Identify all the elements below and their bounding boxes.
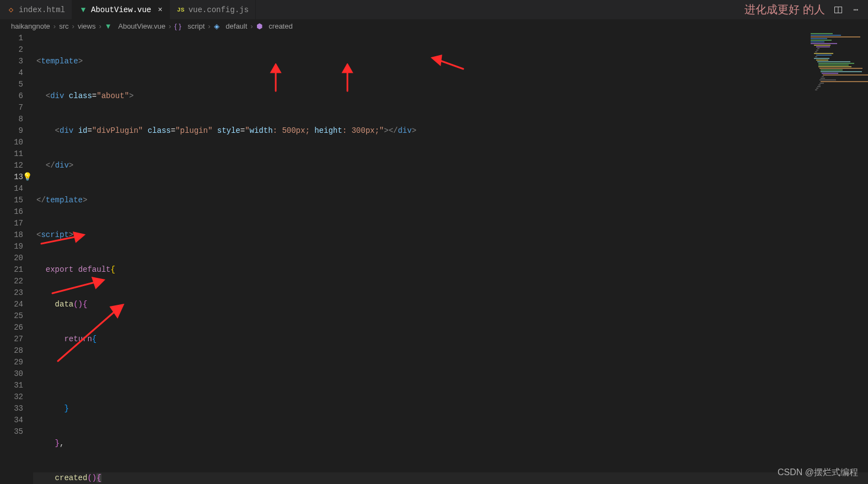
svg-marker-7 <box>432 56 441 64</box>
crumb-created[interactable]: ⬢ created <box>256 22 293 30</box>
svg-line-10 <box>52 281 99 293</box>
tab-index-html[interactable]: ◇ index.html <box>0 0 72 19</box>
crumb-root[interactable]: haikangnote <box>11 22 50 30</box>
lightbulb-icon[interactable]: 💡 <box>23 171 32 183</box>
more-icon[interactable]: ⋯ <box>851 6 860 14</box>
tabbar-right: 进化成更好 的人 ⋯ <box>744 0 868 19</box>
vue-icon: ▼ <box>79 6 88 14</box>
annotation-arrow <box>265 63 287 96</box>
crumb-file[interactable]: ▼ AboutView.vue <box>105 22 165 30</box>
tab-vue-config-js[interactable]: JS vue.config.js <box>170 0 256 19</box>
svg-marker-11 <box>93 278 104 288</box>
split-editor-icon[interactable] <box>834 6 843 14</box>
crumb-default[interactable]: ◈ default <box>214 22 248 30</box>
close-icon[interactable]: × <box>158 6 162 14</box>
annotation-arrow <box>52 300 130 367</box>
svg-marker-5 <box>343 64 352 72</box>
line-number-gutter: 1 2 3 4 5 6 7 8 9 10 11 12 13💡 14 15 16 … <box>0 33 33 484</box>
crumb-src[interactable]: src <box>59 22 68 30</box>
watermark-text: CSDN @摆烂式编程 <box>778 467 858 478</box>
chevron-right-icon: › <box>72 22 74 30</box>
js-icon: JS <box>176 6 185 14</box>
svg-marker-9 <box>74 233 84 241</box>
annotation-arrow <box>336 63 358 96</box>
svg-marker-3 <box>271 64 280 72</box>
tab-label: index.html <box>19 6 65 14</box>
html-icon: ◇ <box>7 6 15 14</box>
svg-marker-13 <box>111 305 123 317</box>
breadcrumb: haikangnote › src › views › ▼ AboutView.… <box>0 19 868 33</box>
crumb-script[interactable]: { } script <box>174 22 205 30</box>
annotation-arrow <box>39 232 88 248</box>
svg-line-12 <box>58 308 119 361</box>
tab-bar: ◇ index.html ▼ AboutView.vue × JS vue.co… <box>0 0 868 19</box>
tab-aboutview-vue[interactable]: ▼ AboutView.vue × <box>72 0 170 19</box>
chevron-right-icon: › <box>99 22 101 30</box>
annotation-arrow <box>50 276 110 298</box>
code-content[interactable]: <template> <div class="about"> <div id="… <box>33 33 868 484</box>
annotation-arrow <box>430 52 469 74</box>
code-editor[interactable]: 1 2 3 4 5 6 7 8 9 10 11 12 13💡 14 15 16 … <box>0 33 868 484</box>
tab-label: vue.config.js <box>189 6 249 14</box>
chevron-right-icon: › <box>53 22 56 30</box>
slogan-text: 进化成更好 的人 <box>744 2 825 17</box>
crumb-views[interactable]: views <box>78 22 96 30</box>
chevron-right-icon: › <box>169 22 171 30</box>
chevron-right-icon: › <box>208 22 210 30</box>
tab-label: AboutView.vue <box>91 6 151 14</box>
minimap[interactable] <box>811 33 866 94</box>
chevron-right-icon: › <box>250 22 253 30</box>
